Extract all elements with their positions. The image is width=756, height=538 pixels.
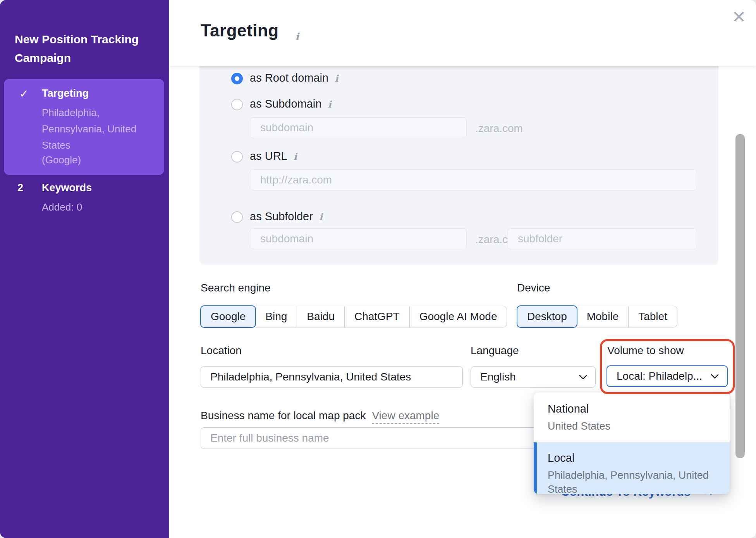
wizard-sidebar: New Position Tracking Campaign ✓ Targeti… [0, 0, 169, 538]
info-icon[interactable]: i [295, 31, 299, 43]
device-option-tablet[interactable]: Tablet [629, 306, 677, 327]
subfolder-label: as Subfolderi [250, 210, 323, 223]
root-domain-label: as Root domaini [250, 72, 338, 84]
subdomain-suffix: .zara.com [475, 122, 523, 135]
business-name-label: Business name for local map pack [201, 409, 366, 422]
step-targeting-engine: (Google) [42, 154, 81, 166]
language-select-value: English [480, 371, 516, 383]
step-targeting-label: Targeting [42, 87, 89, 99]
close-icon: ✕ [732, 9, 746, 26]
info-icon[interactable]: i [319, 211, 323, 223]
check-icon: ✓ [19, 87, 28, 100]
device-option-desktop[interactable]: Desktop [517, 305, 577, 328]
radio-root-domain[interactable] [231, 73, 243, 84]
location-label: Location [201, 344, 242, 357]
search-engine-option-baidu[interactable]: Baidu [297, 306, 345, 327]
subdomain-label: as Subdomaini [250, 98, 332, 110]
vertical-scrollbar-thumb[interactable] [735, 134, 745, 458]
url-input[interactable] [250, 170, 697, 190]
device-label: Device [517, 282, 550, 294]
new-position-tracking-modal: New Position Tracking Campaign ✓ Targeti… [0, 0, 756, 538]
device-option-mobile[interactable]: Mobile [577, 306, 629, 327]
radio-subfolder[interactable] [231, 211, 243, 223]
step-keywords-number: 2 [17, 182, 23, 194]
volume-option-title: National [548, 403, 718, 415]
page-title: Targeting [201, 21, 279, 40]
radio-subdomain[interactable] [231, 99, 243, 110]
chevron-down-icon [579, 371, 587, 379]
search-engine-option-chatgpt[interactable]: ChatGPT [345, 306, 410, 327]
location-input[interactable] [201, 366, 463, 388]
volume-option-national[interactable]: National United States [534, 392, 730, 442]
url-label: as URLi [250, 150, 297, 163]
domain-scope-panel: as Root domaini as Subdomaini .zara.com … [199, 66, 718, 265]
volume-option-subtitle: United States [548, 419, 722, 433]
info-icon[interactable]: i [294, 151, 297, 162]
volume-to-show-select[interactable]: Local: Philadelp... [607, 365, 728, 387]
volume-option-local[interactable]: Local Philadelphia, Pennsylvania, United… [534, 442, 730, 494]
sidebar-step-targeting[interactable]: ✓ Targeting Philadelphia, Pennsylvania, … [4, 79, 164, 175]
step-keywords-added-count: Added: 0 [42, 201, 82, 213]
volume-dropdown-menu: National United States Local Philadelphi… [534, 392, 730, 494]
search-engine-option-bing[interactable]: Bing [256, 306, 297, 327]
volume-select-value: Local: Philadelp... [617, 370, 702, 382]
device-segmented-control: Desktop Mobile Tablet [517, 306, 677, 327]
subfolder-subdomain-input[interactable] [250, 228, 467, 249]
search-engine-option-google[interactable]: Google [200, 305, 256, 328]
volume-option-title: Local [548, 452, 718, 464]
wizard-title: New Position Tracking Campaign [15, 30, 148, 67]
modal-header: Targeting i [169, 0, 756, 66]
business-name-row: Business name for local map pack View ex… [201, 409, 439, 424]
volume-option-subtitle: Philadelphia, Pennsylvania, United State… [548, 468, 722, 494]
search-engine-segmented-control: Google Bing Baidu ChatGPT Google AI Mode [201, 306, 507, 327]
step-keywords-label: Keywords [42, 182, 92, 194]
chevron-down-icon [711, 370, 719, 379]
subdomain-input[interactable] [250, 117, 467, 138]
radio-url[interactable] [231, 151, 243, 163]
subfolder-input[interactable] [507, 228, 697, 249]
info-icon[interactable]: i [335, 73, 338, 84]
language-label: Language [471, 344, 519, 357]
close-button[interactable]: ✕ [727, 5, 751, 29]
volume-to-show-label: Volume to show [607, 344, 684, 357]
language-select[interactable]: English [471, 366, 596, 388]
search-engine-option-google-ai-mode[interactable]: Google AI Mode [410, 306, 507, 327]
step-targeting-location: Philadelphia, Pennsylvania, United State… [42, 105, 160, 153]
search-engine-label: Search engine [201, 282, 271, 294]
info-icon[interactable]: i [328, 99, 331, 110]
view-example-link[interactable]: View example [372, 409, 439, 424]
